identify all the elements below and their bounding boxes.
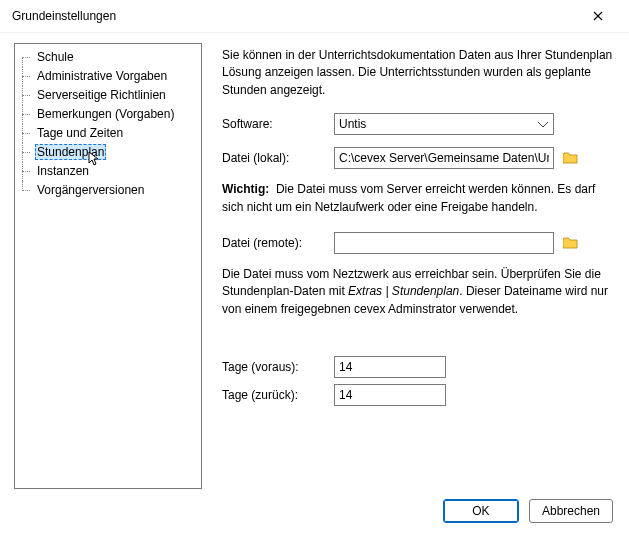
dialog-footer: OK Abbrechen — [0, 489, 629, 533]
intro-text: Sie können in der Unterrichtsdokumentati… — [222, 47, 615, 99]
folder-icon — [563, 237, 578, 249]
tree-item-admin-vorgaben[interactable]: Administrative Vorgaben — [15, 67, 201, 86]
detail-pane: Sie können in der Unterrichtsdokumentati… — [222, 43, 615, 489]
row-days-back: Tage (zurück): — [222, 384, 615, 406]
ok-button[interactable]: OK — [443, 499, 519, 523]
software-select[interactable]: Untis — [334, 113, 554, 135]
label-file-local: Datei (lokal): — [222, 151, 334, 165]
tree-item-tage-zeiten[interactable]: Tage und Zeiten — [15, 124, 201, 143]
tree-item-schule[interactable]: Schule — [15, 48, 201, 67]
tree-item-vorgaenger[interactable]: Vorgängerversionen — [15, 181, 201, 200]
warning-prefix: Wichtig: — [222, 182, 269, 196]
tree-item-stundenplan[interactable]: Stundenplan — [15, 143, 201, 162]
nav-tree: Schule Administrative Vorgaben Serversei… — [14, 43, 202, 489]
content-area: Schule Administrative Vorgaben Serversei… — [0, 33, 629, 489]
close-icon — [593, 11, 603, 21]
label-file-remote: Datei (remote): — [222, 236, 334, 250]
local-warning: Wichtig: Die Datei muss vom Server errei… — [222, 181, 615, 216]
tree-item-bemerkungen[interactable]: Bemerkungen (Vorgaben) — [15, 105, 201, 124]
row-days-fwd: Tage (voraus): — [222, 356, 615, 378]
file-local-input[interactable] — [334, 147, 554, 169]
row-software: Software: Untis — [222, 113, 615, 135]
close-button[interactable] — [575, 0, 621, 32]
label-days-back: Tage (zurück): — [222, 388, 334, 402]
tree-item-server-richtlinien[interactable]: Serverseitige Richtlinien — [15, 86, 201, 105]
days-back-input[interactable] — [334, 384, 446, 406]
row-file-local: Datei (lokal): — [222, 147, 615, 169]
file-remote-input[interactable] — [334, 232, 554, 254]
days-fwd-input[interactable] — [334, 356, 446, 378]
tree-item-instanzen[interactable]: Instanzen — [15, 162, 201, 181]
row-file-remote: Datei (remote): — [222, 232, 615, 254]
settings-dialog: Grundeinstellungen Schule Administrative… — [0, 0, 629, 533]
browse-remote-button[interactable] — [560, 233, 580, 253]
remote-note: Die Datei muss vom Neztzwerk aus erreich… — [222, 266, 615, 318]
label-days-fwd: Tage (voraus): — [222, 360, 334, 374]
titlebar: Grundeinstellungen — [0, 0, 629, 33]
folder-icon — [563, 152, 578, 164]
warning-text: Die Datei muss vom Server erreicht werde… — [222, 182, 595, 213]
cancel-button[interactable]: Abbrechen — [529, 499, 613, 523]
label-software: Software: — [222, 117, 334, 131]
window-title: Grundeinstellungen — [12, 9, 575, 23]
browse-local-button[interactable] — [560, 148, 580, 168]
